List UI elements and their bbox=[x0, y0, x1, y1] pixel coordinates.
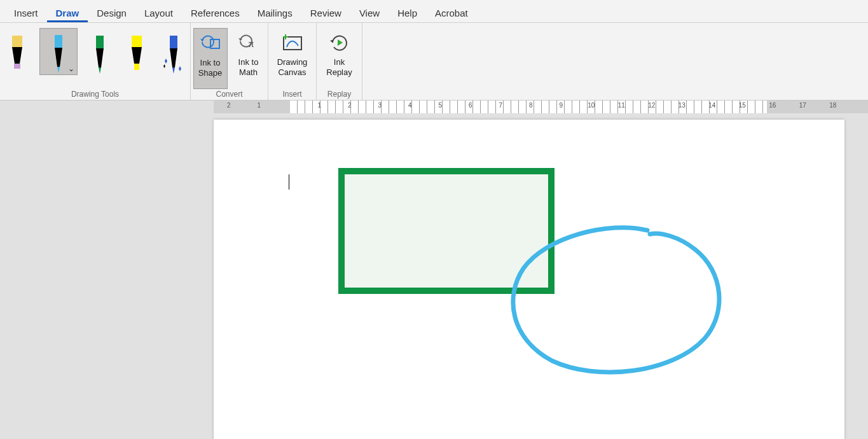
svg-rect-12 bbox=[170, 36, 177, 48]
tab-draw[interactable]: Draw bbox=[47, 3, 88, 22]
ruler-num: 4 bbox=[395, 102, 425, 109]
ruler-num: 1 bbox=[244, 102, 275, 109]
drawing-canvas-icon bbox=[282, 32, 303, 53]
pen-skyblue[interactable] bbox=[39, 28, 78, 75]
ink-replay-button[interactable]: Ink Replay bbox=[322, 28, 357, 89]
svg-marker-4 bbox=[55, 48, 62, 67]
ruler-num: 3 bbox=[365, 102, 396, 109]
ink-to-shape-label1: Ink to bbox=[200, 58, 221, 68]
svg-marker-13 bbox=[170, 48, 177, 67]
ruler-num: 7 bbox=[486, 102, 516, 109]
ruler-num: 17 bbox=[788, 102, 818, 109]
ruler-num: 6 bbox=[455, 102, 486, 109]
ruler-num: 18 bbox=[818, 102, 848, 109]
group-label-drawing-tools: Drawing Tools bbox=[0, 90, 190, 99]
ruler-num bbox=[274, 102, 305, 109]
group-label-replay: Replay bbox=[317, 90, 362, 99]
group-label-insert: Insert bbox=[268, 90, 316, 99]
svg-marker-20 bbox=[338, 39, 343, 46]
ink-replay-label1: Ink bbox=[334, 57, 345, 67]
ruler-num: 2 bbox=[214, 102, 244, 109]
pen-highlighter-yellow[interactable] bbox=[3, 28, 32, 75]
group-convert: Ink to Shape π Ink to Math Convert bbox=[191, 23, 268, 100]
tab-help[interactable]: Help bbox=[389, 3, 426, 22]
svg-rect-15 bbox=[210, 39, 219, 48]
ink-to-shape-label2: Shape bbox=[198, 68, 223, 78]
document-page[interactable] bbox=[214, 120, 844, 439]
tab-review[interactable]: Review bbox=[301, 3, 350, 22]
tab-insert[interactable]: Insert bbox=[5, 3, 47, 22]
group-drawing-tools: Drawing Tools bbox=[0, 23, 191, 100]
svg-rect-17 bbox=[284, 37, 301, 50]
pen-icon bbox=[48, 35, 69, 74]
ruler-num: 2 bbox=[334, 102, 365, 109]
pen-icon bbox=[90, 36, 110, 75]
ruler-num: 11 bbox=[607, 102, 637, 109]
ink-to-shape-icon bbox=[200, 32, 221, 54]
svg-rect-3 bbox=[55, 35, 62, 48]
ruler-num: 12 bbox=[637, 102, 667, 109]
ruler-num: 14 bbox=[697, 102, 727, 109]
pen-green[interactable] bbox=[85, 28, 114, 75]
tab-references[interactable]: References bbox=[182, 3, 249, 22]
ribbon-content: Drawing Tools Ink to Shape bbox=[0, 23, 868, 101]
tab-mailings[interactable]: Mailings bbox=[249, 3, 301, 22]
highlighter-icon bbox=[7, 36, 27, 75]
ribbon-tabs: Insert Draw Design Layout References Mai… bbox=[0, 0, 868, 23]
ink-to-math-label2: Math bbox=[239, 67, 258, 78]
highlighter-icon bbox=[127, 36, 147, 75]
svg-rect-9 bbox=[132, 36, 142, 47]
tab-acrobat[interactable]: Acrobat bbox=[426, 3, 477, 22]
tab-design[interactable]: Design bbox=[88, 3, 135, 22]
svg-marker-7 bbox=[96, 48, 104, 67]
pen-sparkle-icon bbox=[163, 36, 184, 75]
group-replay: Ink Replay Replay bbox=[317, 23, 362, 100]
ruler-num: 13 bbox=[667, 102, 698, 109]
svg-rect-2 bbox=[14, 64, 20, 69]
svg-text:π: π bbox=[249, 38, 254, 49]
ruler-num: 5 bbox=[425, 102, 456, 109]
group-insert: Drawing Canvas Insert bbox=[268, 23, 317, 100]
document-workspace[interactable] bbox=[0, 113, 868, 439]
ruler-num: 15 bbox=[727, 102, 758, 109]
svg-marker-8 bbox=[99, 67, 101, 74]
ruler-num: 16 bbox=[757, 102, 788, 109]
ink-to-math-label1: Ink to bbox=[238, 57, 259, 67]
svg-marker-5 bbox=[57, 67, 60, 73]
svg-rect-0 bbox=[12, 36, 22, 47]
ruler-num: 8 bbox=[516, 102, 546, 109]
drawing-canvas-button[interactable]: Drawing Canvas bbox=[275, 28, 310, 89]
drawing-canvas-label2: Canvas bbox=[278, 67, 306, 78]
svg-rect-6 bbox=[96, 36, 104, 48]
pen-blue-sparkle[interactable] bbox=[159, 28, 188, 75]
tab-view[interactable]: View bbox=[350, 3, 389, 22]
green-rectangle-shape[interactable] bbox=[338, 168, 555, 294]
highlighter-yellow[interactable] bbox=[122, 28, 151, 75]
ruler-num: 9 bbox=[546, 102, 577, 109]
svg-marker-14 bbox=[172, 67, 175, 74]
ruler-num: 10 bbox=[576, 102, 607, 109]
ink-to-shape-button[interactable]: Ink to Shape bbox=[193, 28, 228, 89]
ink-to-math-button[interactable]: π Ink to Math bbox=[231, 28, 266, 89]
ruler-num: 1 bbox=[305, 102, 335, 109]
group-label-convert: Convert bbox=[191, 90, 268, 99]
ink-replay-icon bbox=[329, 32, 350, 53]
horizontal-ruler[interactable]: 2 1 1 2 3 4 5 6 7 8 9 10 11 12 13 14 15 … bbox=[0, 101, 868, 113]
svg-marker-1 bbox=[12, 47, 22, 64]
drawing-canvas-label1: Drawing bbox=[277, 57, 308, 67]
ink-to-math-icon: π bbox=[238, 32, 259, 53]
tab-layout[interactable]: Layout bbox=[135, 3, 182, 22]
text-cursor bbox=[289, 174, 289, 190]
svg-marker-10 bbox=[132, 47, 142, 64]
ink-replay-label2: Replay bbox=[326, 67, 352, 78]
svg-rect-11 bbox=[134, 64, 139, 70]
